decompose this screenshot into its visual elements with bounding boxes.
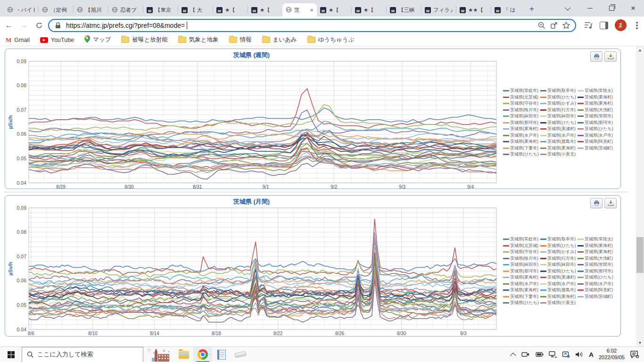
restore-button[interactable]	[601, 0, 622, 16]
toolbar-right: ま	[584, 19, 641, 31]
browser-tab[interactable]: 【三峡	[387, 3, 421, 16]
legend-item: 茨城県(小美玉)	[540, 151, 578, 158]
legend-swatch	[540, 277, 546, 278]
browser-tab[interactable]: ★【	[317, 3, 351, 16]
notepad-button[interactable]	[212, 347, 231, 362]
share-icon[interactable]	[550, 21, 558, 30]
meet-now-icon[interactable]	[521, 351, 530, 358]
scrollbar-thumb[interactable]	[636, 237, 644, 273]
bookmark-item[interactable]: ゆうちゅうぶ	[307, 36, 355, 44]
legend-label: 茨城県(水戸市)	[547, 132, 576, 139]
legend-swatch	[503, 103, 509, 104]
browser-tab[interactable]: 忍者ブ	[108, 3, 143, 16]
legend-swatch	[540, 109, 546, 111]
download-chart-button[interactable]	[604, 51, 617, 62]
weekly-chart-panel: 茨城県 (週間) 0.040.050.060.070.080.098/298/3…	[5, 49, 621, 189]
browser-tab[interactable]: （定例	[39, 3, 73, 16]
legend-label: 茨城県(東海村)	[510, 139, 538, 145]
bookmark-item[interactable]: 被曝と放射能	[121, 36, 167, 44]
legend-item: 茨城県(大洗町)	[578, 255, 615, 262]
bookmark-item[interactable]: まいあみ	[262, 36, 297, 44]
bookmark-item[interactable]: マップ	[84, 35, 111, 44]
zoom-out-icon[interactable]	[537, 21, 546, 30]
legend-swatch	[578, 122, 584, 123]
chrome-button[interactable]	[193, 347, 212, 362]
pinned-app-button[interactable]	[231, 347, 250, 362]
network-icon[interactable]	[549, 351, 557, 358]
reload-button[interactable]	[33, 19, 45, 32]
battery-icon[interactable]	[535, 352, 544, 357]
windows-update-icon[interactable]	[562, 351, 570, 358]
browser-tab[interactable]: 【 大	[178, 3, 213, 16]
monthly-chart-panel: 茨城県 (月間) 0.040.050.060.070.080.098/68/10…	[5, 195, 621, 337]
globe-favicon	[286, 7, 292, 14]
legend-label: 茨城県(東海村)	[585, 100, 613, 107]
print-chart-button[interactable]	[590, 198, 603, 208]
legend-swatch	[503, 264, 509, 265]
legend-label: 茨城県(那珂市)	[510, 120, 538, 126]
print-chart-button[interactable]	[590, 51, 603, 62]
minimize-button[interactable]	[579, 0, 601, 16]
news-widget-button[interactable]	[143, 347, 174, 362]
legend-item: 茨城県(鉾田市)	[503, 262, 540, 268]
legend-label: 茨城県(大洗町)	[585, 255, 613, 262]
legend-item: 茨城県(常陸太)	[578, 236, 615, 243]
ime-mode-indicator[interactable]: A	[589, 351, 594, 358]
browser-tab[interactable]: 【東京	[143, 3, 178, 16]
svg-text:8/18: 8/18	[212, 331, 221, 336]
taskbar-search-box[interactable]: ここに入力して検索	[22, 347, 143, 362]
legend-item: 茨城県(行方市)	[540, 255, 578, 262]
browser-tab[interactable]: ★【	[352, 3, 386, 16]
legend-item: 茨城県(阿見町)	[578, 287, 615, 294]
browser-tab[interactable]: 茨×	[282, 3, 317, 16]
legend-item: 茨城県(美浦村)	[540, 126, 578, 132]
browser-tab[interactable]: ★【	[213, 3, 248, 16]
close-button[interactable]: ✕	[622, 0, 644, 16]
browser-menu-icon[interactable]	[636, 25, 638, 26]
tab-label: ★【	[225, 7, 244, 14]
legend-swatch	[578, 90, 584, 91]
back-button[interactable]: ←	[3, 19, 15, 32]
browser-tab[interactable]: フィラメ	[421, 3, 456, 16]
media-controls-icon[interactable]	[584, 21, 593, 30]
legend-swatch	[540, 122, 546, 123]
browser-tab[interactable]: 【旭川	[74, 3, 108, 16]
legend-swatch	[503, 148, 509, 149]
legend-label: 茨城県(水戸市)	[547, 281, 576, 287]
legend-item: 茨城県(鉾田市)	[540, 113, 578, 120]
legend-swatch	[503, 122, 509, 123]
page-scrollbar[interactable]: ▲ ▼	[636, 46, 644, 346]
forward-button[interactable]: →	[18, 19, 30, 32]
profile-avatar[interactable]: ま	[615, 19, 627, 31]
tab-label: フィラメ	[433, 7, 453, 14]
browser-tab[interactable]: ・バイト	[4, 3, 38, 16]
taskbar-clock[interactable]: 6:02 2022/09/05	[599, 348, 625, 361]
browser-tab[interactable]: ★【	[248, 3, 282, 16]
tab-close-icon[interactable]: ×	[310, 7, 314, 14]
file-explorer-button[interactable]	[174, 347, 193, 362]
bookmark-item[interactable]: 気象と地象	[178, 36, 219, 44]
tab-search-chevron-icon[interactable]	[557, 0, 579, 16]
legend-label: 茨城県(鉾田市)	[510, 113, 538, 119]
bookmark-star-icon[interactable]	[562, 21, 570, 30]
bookmark-item[interactable]: 情報	[229, 36, 252, 44]
tray-overflow-chevron-icon[interactable]	[510, 353, 516, 359]
start-button[interactable]	[0, 347, 22, 362]
volume-icon[interactable]	[575, 351, 584, 358]
side-panel-icon[interactable]	[600, 22, 608, 29]
legend-label: 茨城県(常陸太)	[585, 88, 613, 94]
browser-tab[interactable]: 『 は	[491, 3, 526, 16]
download-chart-button[interactable]	[604, 198, 617, 208]
url-bar[interactable]: https://atmc.jp/prefs.cgi?pref=08&mode=	[48, 19, 576, 32]
legend-item: 茨城県(茨城町)	[578, 145, 615, 152]
action-center-icon[interactable]	[630, 350, 639, 359]
bookmark-item[interactable]: YouTube	[40, 37, 74, 43]
legend-label: 茨城県(水戸市)	[510, 281, 538, 287]
browser-tab[interactable]: ★★【	[456, 3, 491, 16]
scroll-down-arrow[interactable]: ▼	[636, 339, 644, 346]
legend-item: 茨城県(那珂市)	[578, 268, 615, 275]
new-tab-button[interactable]: +	[526, 3, 538, 15]
bookmark-item[interactable]: MGmail	[6, 36, 30, 44]
scroll-up-arrow[interactable]: ▲	[636, 46, 644, 54]
url-text[interactable]: https://atmc.jp/prefs.cgi?pref=08&mode=	[66, 22, 185, 29]
